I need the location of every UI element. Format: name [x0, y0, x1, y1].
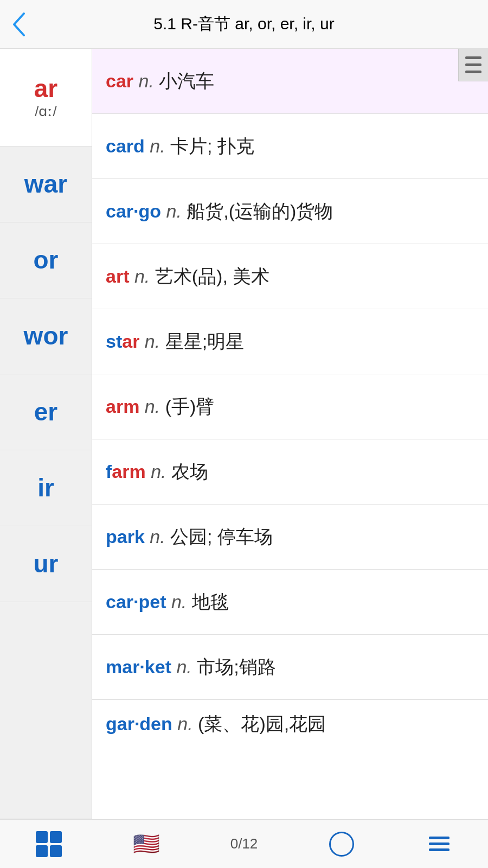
sidebar-phoneme-er: er [34, 398, 57, 426]
word-entry-garden[interactable]: gar·den n. (菜、花)园,花园 [92, 700, 488, 748]
menu-line-3 [465, 71, 481, 73]
meaning-park: 公园; 停车场 [170, 526, 273, 547]
hw-star: st [106, 331, 122, 352]
sidebar-item-ir[interactable]: ir [0, 450, 92, 526]
hw-farm: f [106, 461, 112, 482]
menu-icon[interactable] [458, 49, 488, 81]
word-entry-card[interactable]: card n. 卡片; 扑克 [92, 114, 488, 179]
nav-circle[interactable] [293, 832, 390, 857]
word-entry-car[interactable]: car n. 小汽车 [92, 49, 488, 114]
word-entry-art[interactable]: art n. 艺术(品), 美术 [92, 244, 488, 309]
hw-cargo: car·go [106, 201, 161, 221]
pos-garden: n. [177, 713, 192, 734]
meaning-garden: (菜、花)园,花园 [198, 713, 326, 734]
word-entry-star[interactable]: star n. 星星;明星 [92, 309, 488, 374]
sidebar: ar /ɑː/ war or wor er ir ur [0, 49, 92, 819]
header: 5.1 R-音节 ar, or, er, ir, ur [0, 0, 488, 49]
back-button[interactable] [11, 11, 26, 37]
sidebar-item-er[interactable]: er [0, 374, 92, 450]
sidebar-phoneme-or: or [34, 246, 59, 274]
sidebar-phoneme-ir: ir [37, 474, 54, 502]
pos-arm: n. [145, 396, 160, 417]
bottom-nav: 🇺🇸 0/12 [0, 819, 488, 868]
pos-market: n. [176, 656, 191, 677]
word-list: car n. 小汽车 card n. 卡片; 扑克 car·go n. [92, 49, 488, 819]
pos-cargo: n. [166, 201, 182, 221]
page-count-label: 0/12 [230, 835, 258, 852]
hw-star-ar: ar [122, 331, 139, 352]
meaning-farm: 农场 [171, 461, 208, 482]
meaning-star: 星星;明星 [165, 331, 244, 352]
nav-page-count[interactable]: 0/12 [195, 835, 293, 852]
word-entry-carpet[interactable]: car·pet n. 地毯 [92, 570, 488, 635]
hw-market: mar·ket [106, 656, 171, 677]
hw-park: park [106, 526, 145, 547]
pos-park: n. [150, 526, 165, 547]
sidebar-item-ur[interactable]: ur [0, 526, 92, 602]
nav-flag[interactable]: 🇺🇸 [98, 831, 195, 857]
menu-line-1 [465, 56, 481, 59]
us-flag-icon: 🇺🇸 [133, 831, 160, 857]
word-entry-market[interactable]: mar·ket n. 市场;销路 [92, 635, 488, 700]
hw-carpet: car·pet [106, 591, 166, 612]
sidebar-phoneme-war: war [24, 170, 67, 198]
sidebar-phoneme-ar: ar [34, 75, 57, 103]
meaning-card: 卡片; 扑克 [170, 136, 254, 156]
sidebar-ipa-ar: /ɑː/ [35, 103, 56, 120]
sidebar-item-ar[interactable]: ar /ɑː/ [0, 49, 92, 146]
sidebar-extra [0, 602, 92, 819]
pos-carpet: n. [171, 591, 187, 612]
word-entry-farm[interactable]: farm n. 农场 [92, 439, 488, 505]
hw-arm: arm [106, 396, 139, 417]
meaning-market: 市场;销路 [197, 656, 275, 677]
meaning-carpet: 地毯 [192, 591, 229, 612]
word-entry-cargo[interactable]: car·go n. 船货,(运输的)货物 [92, 179, 488, 244]
nav-hamburger[interactable] [390, 837, 488, 851]
meaning-car: 小汽车 [159, 71, 214, 91]
hw-card: card [106, 136, 145, 156]
pos-card: n. [150, 136, 165, 156]
meaning-cargo: 船货,(运输的)货物 [187, 201, 333, 221]
grid-icon [36, 831, 62, 857]
word-entry-park[interactable]: park n. 公园; 停车场 [92, 505, 488, 570]
sidebar-item-wor[interactable]: wor [0, 298, 92, 374]
word-entry-arm[interactable]: arm n. (手)臂 [92, 374, 488, 439]
hw-garden: gar·den [106, 713, 172, 734]
pos-star: n. [145, 331, 160, 352]
meaning-arm: (手)臂 [165, 396, 215, 417]
sidebar-item-war[interactable]: war [0, 146, 92, 222]
circle-icon [329, 832, 354, 857]
pos-farm: n. [151, 461, 166, 482]
pos-art: n. [134, 266, 150, 286]
hw-car: car [106, 71, 133, 91]
pos-car: n. [139, 71, 154, 91]
menu-line-2 [465, 63, 481, 66]
hamburger-icon [429, 837, 450, 851]
sidebar-item-or[interactable]: or [0, 222, 92, 298]
sidebar-phoneme-wor: wor [24, 322, 68, 350]
nav-grid[interactable] [0, 831, 98, 857]
hw-farm-ar: arm [112, 461, 145, 482]
page-title: 5.1 R-音节 ar, or, er, ir, ur [153, 13, 334, 35]
meaning-art: 艺术(品), 美术 [155, 266, 270, 286]
hw-art: art [106, 266, 129, 286]
sidebar-phoneme-ur: ur [34, 550, 59, 578]
